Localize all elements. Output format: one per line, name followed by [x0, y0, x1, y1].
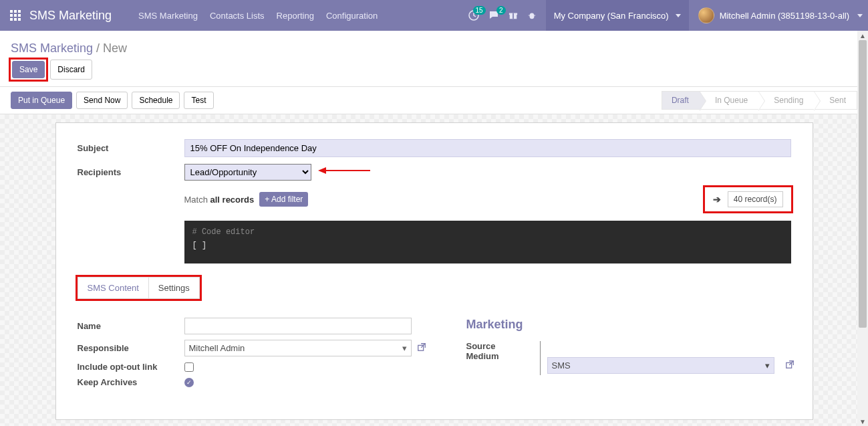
code-body: [ ] — [192, 241, 783, 250]
svg-rect-5 — [18, 14, 21, 17]
row-subject: Subject — [78, 139, 791, 157]
col-left: Name Responsible Mitchell Admin ▾ Includ… — [78, 318, 426, 393]
nav-link-sms[interactable]: SMS Marketing — [138, 11, 198, 21]
caret-down-icon — [676, 14, 681, 17]
test-button[interactable]: Test — [184, 92, 213, 109]
send-now-button[interactable]: Send Now — [76, 92, 128, 109]
cp-buttons: Save Discard — [11, 60, 857, 86]
label-archives: Keep Archives — [78, 377, 184, 387]
chevron-down-icon: ▾ — [402, 343, 407, 353]
label-name: Name — [78, 321, 184, 331]
company-switcher[interactable]: My Company (San Francisco) — [546, 0, 689, 31]
user-name: Mitchell Admin (3851198-13-0-all) — [720, 11, 849, 21]
apps-icon[interactable] — [5, 5, 25, 25]
gift-icon[interactable] — [509, 11, 518, 20]
tab-settings[interactable]: Settings — [149, 278, 199, 298]
breadcrumb: SMS Marketing / New — [11, 41, 857, 56]
avatar — [698, 7, 714, 23]
breadcrumb-root[interactable]: SMS Marketing — [11, 41, 93, 55]
svg-rect-7 — [14, 18, 17, 21]
svg-rect-6 — [10, 18, 13, 21]
svg-point-13 — [529, 13, 534, 19]
tabs: SMS Content Settings — [78, 277, 200, 299]
form-sheet: Subject Recipients Lead/Opportunity Matc… — [55, 122, 813, 420]
user-menu[interactable]: Mitchell Admin (3851198-13-0-all) — [698, 7, 863, 23]
messages-badge: 2 — [496, 6, 506, 15]
svg-rect-1 — [14, 10, 17, 13]
tab-content: Name Responsible Mitchell Admin ▾ Includ… — [78, 318, 791, 393]
company-name: My Company (San Francisco) — [554, 11, 669, 21]
nav-link-config[interactable]: Configuration — [326, 11, 378, 21]
caret-down-icon — [857, 14, 863, 17]
nav-link-contacts[interactable]: Contacts Lists — [210, 11, 265, 21]
code-comment: # Code editor — [192, 227, 783, 237]
status-sending[interactable]: Sending — [759, 91, 815, 110]
scrollbar-thumb[interactable] — [859, 40, 867, 328]
annotation-arrow-icon — [318, 166, 372, 175]
activity-icon[interactable]: 15 — [468, 10, 479, 21]
records-highlight: ➔ 40 record(s) — [705, 187, 791, 211]
svg-rect-4 — [14, 14, 17, 17]
label-source: Source — [466, 341, 527, 351]
label-medium: Medium — [466, 351, 527, 361]
chevron-down-icon: ▾ — [765, 360, 770, 370]
save-button[interactable]: Save — [12, 61, 45, 78]
bug-icon[interactable] — [527, 11, 537, 20]
archives-checkbox[interactable]: ✓ — [184, 378, 194, 387]
svg-rect-2 — [18, 10, 21, 13]
control-panel: SMS Marketing / New Save Discard — [0, 31, 868, 87]
svg-rect-0 — [10, 10, 13, 13]
optout-checkbox[interactable] — [184, 362, 194, 372]
match-row: Match all records + Add filter ➔ 40 reco… — [184, 187, 791, 211]
external-link-icon[interactable] — [417, 342, 426, 354]
put-in-queue-button[interactable]: Put in Queue — [11, 92, 72, 109]
svg-rect-12 — [513, 13, 514, 19]
label-responsible: Responsible — [78, 343, 184, 353]
status-sent[interactable]: Sent — [815, 91, 857, 110]
status-in-queue[interactable]: In Queue — [700, 91, 759, 110]
nav-link-reporting[interactable]: Reporting — [277, 11, 314, 21]
svg-rect-3 — [10, 14, 13, 17]
scroll-up-icon[interactable]: ▲ — [859, 32, 866, 39]
recipients-select[interactable]: Lead/Opportunity — [184, 164, 311, 181]
domain-area: Match all records + Add filter ➔ 40 reco… — [184, 187, 791, 263]
label-optout: Include opt-out link — [78, 362, 184, 372]
scrollbar[interactable]: ▲ ▼ — [857, 31, 868, 426]
medium-select[interactable]: SMS ▾ — [547, 357, 774, 374]
svg-rect-8 — [18, 18, 21, 21]
top-nav: SMS Marketing SMS Marketing Contacts Lis… — [0, 0, 868, 31]
schedule-button[interactable]: Schedule — [132, 92, 180, 109]
responsible-select[interactable]: Mitchell Admin ▾ — [184, 340, 412, 356]
row-recipients: Recipients Lead/Opportunity — [78, 164, 791, 181]
nav-links: SMS Marketing Contacts Lists Reporting C… — [138, 11, 378, 21]
form-view-bg: Subject Recipients Lead/Opportunity Matc… — [0, 114, 868, 426]
records-count[interactable]: 40 record(s) — [728, 191, 783, 207]
discard-button[interactable]: Discard — [50, 60, 92, 80]
label-recipients: Recipients — [78, 167, 184, 177]
subject-input[interactable] — [184, 139, 791, 157]
svg-marker-17 — [318, 167, 326, 174]
button-status-bar: Put in Queue Send Now Schedule Test Draf… — [0, 87, 868, 114]
label-subject: Subject — [78, 143, 184, 153]
systray: 15 2 My Company (San Francisco) Mitchell… — [468, 0, 863, 31]
marketing-title: Marketing — [466, 318, 794, 332]
brand-title[interactable]: SMS Marketing — [29, 9, 112, 23]
external-link-icon[interactable] — [785, 360, 794, 371]
messages-icon[interactable]: 2 — [488, 10, 499, 21]
match-text: Match all records — [184, 195, 255, 205]
col-right: Marketing Source Medium SMS ▾ — [466, 318, 794, 393]
arrow-right-icon[interactable]: ➔ — [713, 194, 721, 205]
breadcrumb-sep: / — [96, 41, 103, 55]
status-bar: Draft In Queue Sending Sent — [662, 91, 857, 110]
activity-badge: 15 — [473, 6, 486, 15]
domain-code-editor[interactable]: # Code editor [ ] — [184, 221, 791, 263]
breadcrumb-current: New — [103, 41, 127, 55]
workflow-buttons: Put in Queue Send Now Schedule Test — [11, 92, 214, 109]
scroll-down-icon[interactable]: ▼ — [859, 418, 866, 425]
name-input[interactable] — [184, 318, 412, 334]
status-draft[interactable]: Draft — [662, 91, 700, 110]
tab-sms-content[interactable]: SMS Content — [78, 278, 149, 298]
add-filter-button[interactable]: + Add filter — [259, 192, 308, 207]
